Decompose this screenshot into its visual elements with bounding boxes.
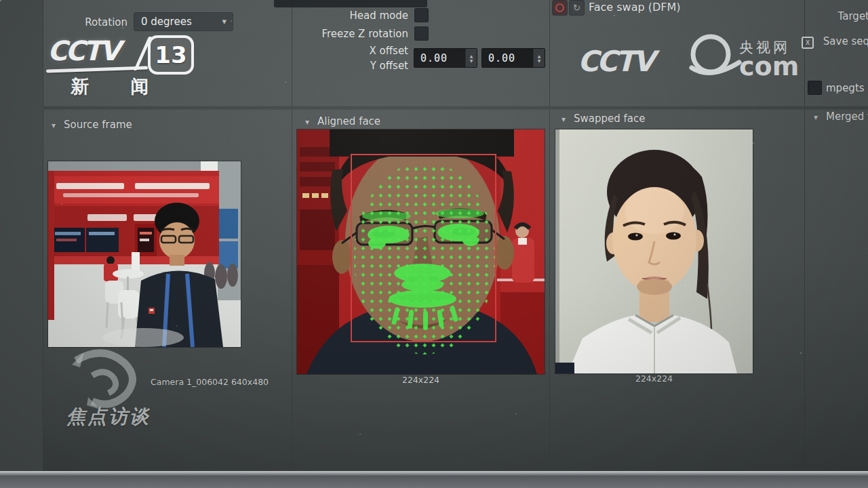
panel-divider (804, 0, 805, 472)
rotation-value: 0 degrees (141, 16, 192, 28)
mpegts-checkbox[interactable] (808, 81, 822, 95)
swapped-face-title: Swapped face (574, 113, 646, 125)
mpegts-label: mpegts u (826, 82, 868, 94)
clipped-input[interactable] (274, 0, 427, 7)
aligned-face-caption: 224x224 (296, 375, 545, 385)
left-rail (0, 0, 43, 472)
head-mode-checkbox[interactable] (414, 8, 429, 22)
face-swap-module-title: Face swap (DFM) (589, 1, 681, 14)
chevron-down-icon: ▾ (222, 16, 226, 26)
panel-divider (292, 0, 292, 472)
rotation-select[interactable]: 0 degrees ▾ (134, 12, 233, 31)
spinner-arrows-icon[interactable]: ▲▼ (533, 49, 545, 67)
merged-frame-title: Merged f (826, 110, 868, 123)
swapped-face-canvas (555, 129, 753, 374)
target-label: Target (814, 10, 868, 22)
deepfacelive-window: Rotation 0 degrees ▾ Head mode Freeze Z … (0, 0, 868, 472)
y-offset-value: 0.00 (482, 49, 533, 67)
spinner-arrows-icon[interactable]: ▲▼ (465, 49, 477, 67)
head-mode-label: Head mode (292, 9, 408, 22)
collapse-arrow-icon[interactable]: ▾ (561, 115, 566, 124)
save-seq-label: Save seq (808, 35, 868, 47)
y-offset-spinner[interactable]: 0.00 ▲▼ (481, 48, 545, 68)
collapse-arrow-icon[interactable]: ▾ (814, 113, 818, 122)
source-frame-caption: Camera 1_006042 640x480 (151, 377, 269, 387)
section-divider (43, 106, 868, 110)
x-offset-value: 0.00 (414, 49, 465, 67)
aligned-face-title: Aligned face (317, 115, 380, 127)
swapped-face-caption: 224x224 (555, 373, 753, 384)
rotation-label: Rotation (68, 16, 127, 28)
x-offset-spinner[interactable]: 0.00 ▲▼ (414, 48, 477, 68)
swapped-face-portrait (555, 129, 753, 373)
source-frame-canvas (47, 161, 241, 348)
freeze-z-rotation-checkbox[interactable] (414, 26, 429, 41)
source-frame-title: Source frame (64, 119, 132, 131)
aligned-face-landmarks (297, 129, 545, 374)
panel-divider (549, 0, 550, 472)
x-offset-label: X offset (319, 45, 408, 57)
reset-icon: ↻ (570, 1, 584, 15)
aligned-face-canvas (296, 129, 545, 375)
exhibition-hall-scene (48, 161, 241, 347)
y-offset-label: Y offset (319, 60, 408, 72)
tv-broadcast-frame: Rotation 0 degrees ▾ Head mode Freeze Z … (0, 0, 868, 488)
collapse-arrow-icon[interactable]: ▾ (52, 121, 56, 130)
freeze-z-rotation-label: Freeze Z rotation (292, 28, 408, 40)
monitor-bezel (0, 471, 868, 488)
module-power-button[interactable] (552, 0, 568, 16)
collapse-arrow-icon[interactable]: ▾ (305, 117, 309, 127)
reset-settings-button[interactable]: ↻ (569, 0, 585, 16)
